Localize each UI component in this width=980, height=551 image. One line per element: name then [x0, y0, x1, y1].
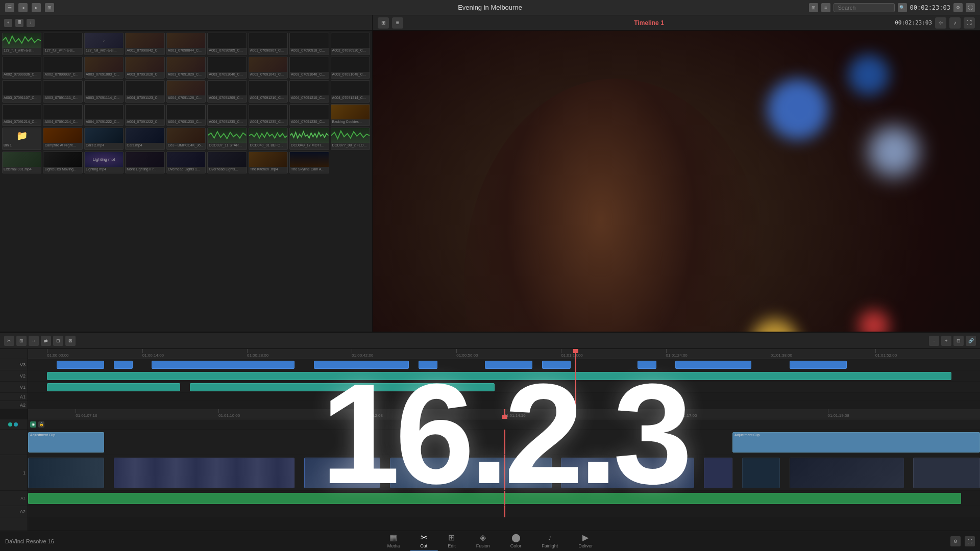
media-clip-13[interactable]: A003_07091020_C... — [125, 57, 164, 79]
fullscreen-viewer-icon[interactable]: ⛶ — [964, 17, 975, 29]
clip-v3-8[interactable] — [638, 361, 656, 369]
bottom-fullscreen-icon[interactable]: ⛶ — [965, 536, 975, 546]
grid-view-icon[interactable]: ⊞ — [809, 3, 818, 12]
media-clip-skyline[interactable]: The Skyline Cam A... — [289, 152, 329, 174]
tl-link-icon[interactable]: 🔗 — [966, 336, 976, 346]
back-icon[interactable]: ◂ — [18, 3, 28, 12]
video-clip-6[interactable] — [704, 458, 732, 488]
media-clip-22[interactable]: A004_07091123_C... — [125, 80, 164, 103]
clip-adj-2[interactable]: Adjustment Clip — [732, 432, 980, 453]
media-clip-dcd049[interactable]: DCD049_17 MOTI... — [289, 128, 329, 150]
nav-item-fusion[interactable]: ◈ Fusion — [466, 531, 500, 552]
forward-icon[interactable]: ▸ — [32, 3, 41, 12]
search-input[interactable] — [834, 3, 895, 12]
bottom-settings-icon[interactable]: ⚙ — [950, 536, 961, 546]
media-clip-more-lighting[interactable]: More Lighting II r... — [125, 152, 164, 174]
clip-v3-9[interactable] — [675, 361, 751, 369]
video-clip-7[interactable] — [742, 458, 780, 488]
media-clip-18[interactable]: A003_07091048_C... — [331, 57, 370, 79]
media-clip-2[interactable]: 127_full_with-a-si... — [43, 33, 82, 55]
media-clip-20[interactable]: A003_07091111_C... — [43, 80, 82, 103]
nav-item-deliver[interactable]: ▶ Deliver — [568, 531, 603, 552]
track-mute-dot[interactable] — [14, 422, 18, 427]
clip-v3-4[interactable] — [314, 361, 409, 369]
clip-v3-7[interactable] — [542, 361, 571, 369]
media-clip-5[interactable]: A001_07090844_C... — [166, 33, 206, 55]
clip-v3-5[interactable] — [419, 361, 437, 369]
clip-v3-6[interactable] — [485, 361, 532, 369]
media-clip-21[interactable]: A003_07091114_C... — [84, 80, 124, 103]
audio-icon[interactable]: ♪ — [949, 17, 961, 29]
media-clip-kitchen[interactable]: The Kitchen .mp4 — [249, 152, 288, 174]
search-icon[interactable]: 🔍 — [898, 3, 907, 12]
video-clip-3[interactable] — [304, 458, 380, 488]
media-clip-27[interactable]: A004_07091214_C... — [331, 80, 370, 103]
media-clip-lighting[interactable]: Lighting mot Lighting.mp4 — [84, 152, 124, 174]
media-clip-26[interactable]: A004_07091210_C... — [289, 80, 329, 103]
media-clip-8[interactable]: A002_07090918_C... — [289, 33, 329, 55]
tl-roll-icon[interactable]: ↔ — [29, 336, 39, 346]
layout-icon[interactable]: ⊞ — [45, 3, 54, 12]
video-clip-2[interactable] — [114, 458, 295, 488]
media-clip-23[interactable]: A004_07091128_C... — [166, 80, 206, 103]
media-clip-9[interactable]: A002_07090920_C... — [331, 33, 370, 55]
media-clip-4[interactable]: A001_07090842_C... — [125, 33, 164, 55]
video-clip-5[interactable] — [561, 458, 694, 488]
list-view-icon[interactable]: ≡ — [821, 3, 830, 12]
clip-adj-1[interactable]: Adjustment Clip — [28, 432, 104, 453]
tl-slide-icon[interactable]: ⊡ — [53, 336, 63, 346]
media-clip-dcd037[interactable]: DCD037_11 STAR... — [207, 128, 247, 150]
tl-slip-icon[interactable]: ⇄ — [41, 336, 51, 346]
media-clip-1[interactable]: 127_full_with-a-sl... — [2, 33, 41, 55]
clip-v3-3[interactable] — [152, 361, 295, 369]
media-clip-17[interactable]: A003_07091046_C... — [289, 57, 329, 79]
sort-icon[interactable]: ↕ — [27, 19, 35, 27]
clip-v1-2[interactable] — [190, 383, 495, 391]
media-clip-overhead1[interactable]: Overhead Lights 1... — [166, 152, 206, 174]
media-clip-3[interactable]: ♪ 127_full_with-a-si... — [84, 33, 124, 55]
nav-item-fairlight[interactable]: ♪ Fairlight — [531, 531, 568, 552]
track-solo-dot[interactable] — [8, 422, 12, 427]
nav-item-cut[interactable]: ✂ Cut — [410, 531, 437, 552]
nav-item-color[interactable]: ⬤ Color — [500, 531, 532, 552]
media-clip-33[interactable]: A004_07091235_C... — [207, 104, 247, 127]
media-clip-backing[interactable]: Backing Cookies... — [331, 104, 370, 127]
track-lock-icon[interactable]: 🔒 — [38, 421, 44, 428]
media-clip-15[interactable]: A003_07091040_C... — [207, 57, 247, 79]
media-clip-cars2[interactable]: Cars 2.mp4 — [84, 128, 124, 150]
media-clip-dcd040[interactable]: DCD040_01 BEFO... — [249, 128, 288, 150]
media-clip-35[interactable]: A004_07091230_C... — [289, 104, 329, 127]
viewer-options-icon[interactable]: ⊞ — [378, 17, 389, 29]
media-clip-bin[interactable]: 📁 Bin 1 — [2, 128, 41, 150]
nav-item-media[interactable]: ▦ Media — [377, 531, 410, 552]
media-clip-co3[interactable]: Co3 - BMPCC4K_Jo... — [166, 128, 206, 150]
clip-v2-main[interactable] — [47, 372, 951, 380]
media-clip-19[interactable]: A003_07091107_C... — [2, 80, 41, 103]
media-clip-cars[interactable]: Cars.mp4 — [125, 128, 164, 150]
clip-v3-2[interactable] — [114, 361, 133, 369]
settings-icon[interactable]: ⚙ — [953, 3, 963, 12]
media-clip-lightbulbs[interactable]: Lightbulbs Moving... — [43, 152, 82, 174]
media-clip-12[interactable]: A003_07091003_C... — [84, 57, 124, 79]
media-clip-24[interactable]: A004_07091209_C... — [207, 80, 247, 103]
media-clip-6[interactable]: A001_07090905_C... — [207, 33, 247, 55]
media-clip-7[interactable]: A001_07090907_C... — [249, 33, 288, 55]
media-clip-11[interactable]: A002_07090937_C... — [43, 57, 82, 79]
media-clip-30[interactable]: A004_07091222_C... — [84, 104, 124, 127]
fullscreen-icon[interactable]: ⛶ — [966, 3, 975, 12]
media-clip-14[interactable]: A003_07091029_C... — [166, 57, 206, 79]
clip-v3-1[interactable] — [57, 361, 104, 369]
metadata-icon[interactable]: ≣ — [15, 19, 23, 27]
tl-razor-icon[interactable]: ✂ — [4, 336, 14, 346]
media-clip-28[interactable]: A004_07091214_C... — [2, 104, 41, 127]
tl-zoom-out-icon[interactable]: - — [929, 336, 939, 346]
menu-icon[interactable]: ☰ — [5, 3, 14, 12]
media-clip-16[interactable]: A003_07091042_C... — [249, 57, 288, 79]
media-clip-overhead2[interactable]: Overhead Lights... — [207, 152, 247, 174]
media-clip-25[interactable]: A004_07091210_C... — [249, 80, 288, 103]
media-clip-32[interactable]: A004_07091230_C... — [166, 104, 206, 127]
track-enable-dot[interactable]: ◉ — [30, 421, 36, 428]
clip-v3-10[interactable] — [790, 361, 847, 369]
tl-fit-icon[interactable]: ⊟ — [953, 336, 964, 346]
zoom-icon[interactable]: ⊹ — [935, 17, 946, 29]
